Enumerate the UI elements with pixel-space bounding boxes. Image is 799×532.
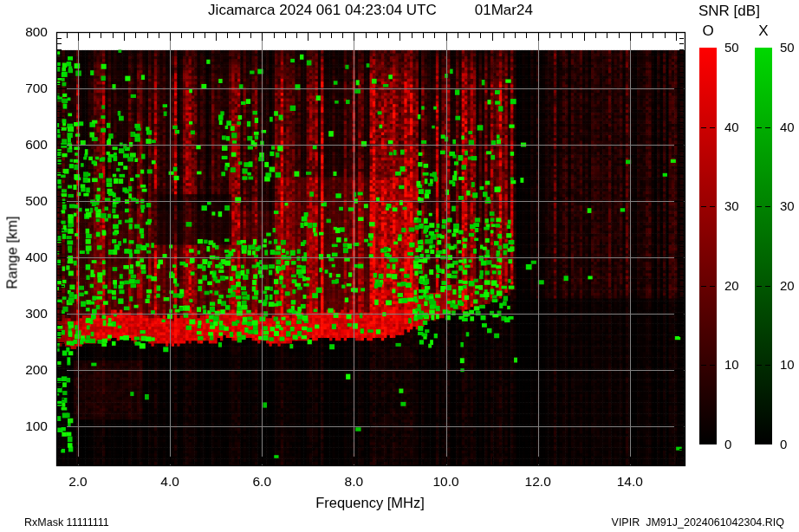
- x-axis-label: Frequency [MHz]: [240, 495, 500, 511]
- colorbar-x-mode-label: X: [755, 23, 772, 40]
- colorbar-o-tick-label: 40: [724, 120, 754, 135]
- colorbar-x-tick-label: 30: [780, 198, 799, 214]
- y-tick-label: 100: [11, 418, 48, 434]
- colorbar-x-tick-label: 50: [780, 40, 799, 55]
- colorbar-o-tick-label: 30: [724, 198, 754, 214]
- colorbar-o-mode-label: O: [699, 23, 717, 40]
- ionogram-figure: Jicamarca 2024 061 04:23:04 UTC 01Mar24 …: [0, 0, 799, 532]
- x-tick-label: 12.0: [515, 474, 562, 490]
- colorbar-o-tick-label: 20: [724, 278, 754, 294]
- footer-filename: VIPIR JM91J_2024061042304.RIQ: [612, 516, 784, 529]
- colorbar-x-tick-label: 20: [780, 278, 799, 294]
- y-tick-label: 200: [11, 362, 48, 378]
- x-tick-label: 14.0: [607, 474, 653, 490]
- colorbar-title: SNR [dB]: [698, 3, 760, 20]
- y-tick-label: 700: [11, 81, 48, 96]
- x-tick-label: 10.0: [423, 474, 470, 490]
- x-tick-label: 2.0: [55, 474, 101, 490]
- colorbar-x-tick-label: 0: [780, 437, 799, 452]
- plot-title-date: 01Mar24: [475, 2, 533, 19]
- colorbar-o-tick-label: 0: [724, 437, 754, 452]
- plot-title: Jicamarca 2024 061 04:23:04 UTC 01Mar24: [56, 2, 685, 19]
- plot-title-station-time: Jicamarca 2024 061 04:23:04 UTC: [208, 2, 437, 19]
- colorbar-x-tick-label: 40: [780, 120, 799, 135]
- colorbar-o-tick-label: 50: [724, 40, 754, 55]
- footer-rxmask: RxMask 11111111: [24, 516, 109, 529]
- x-tick-label: 4.0: [146, 474, 193, 490]
- colorbar-x-tick-label: 10: [780, 357, 799, 373]
- y-tick-label: 400: [11, 250, 48, 265]
- y-tick-label: 300: [11, 306, 48, 321]
- y-tick-label: 600: [11, 137, 48, 152]
- x-tick-label: 6.0: [238, 474, 285, 490]
- y-tick-label: 500: [11, 193, 48, 209]
- ionogram-canvas: [0, 0, 799, 532]
- y-tick-label: 800: [11, 24, 48, 40]
- x-tick-label: 8.0: [330, 474, 377, 490]
- colorbar-o-tick-label: 10: [724, 357, 754, 373]
